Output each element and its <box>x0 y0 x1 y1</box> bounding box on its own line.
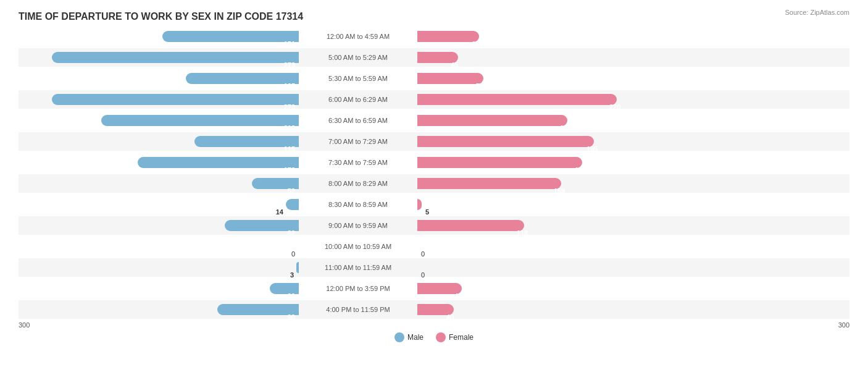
bar-row: 1255:30 AM to 5:59 AM73 <box>19 69 849 88</box>
bar-row: 2736:00 AM to 6:29 AM220 <box>19 90 849 109</box>
female-value: 0 <box>421 250 425 258</box>
female-value: 166 <box>560 124 571 132</box>
female-value: 118 <box>517 229 528 237</box>
time-label: 12:00 AM to 4:59 AM <box>303 33 414 40</box>
female-value: 195 <box>586 145 598 153</box>
female-value: 49 <box>454 292 462 300</box>
time-label: 12:00 PM to 3:59 PM <box>303 285 414 292</box>
male-bar <box>194 136 299 147</box>
source-text: Source: ZipAtlas.com <box>785 9 849 16</box>
female-bar <box>417 94 617 105</box>
male-value: 178 <box>284 166 295 174</box>
time-label: 7:30 AM to 7:59 AM <box>303 159 414 166</box>
bar-row: 1787:30 AM to 7:59 AM182 <box>19 153 849 172</box>
male-bar <box>101 115 299 126</box>
female-bar <box>417 220 524 231</box>
female-bar <box>417 157 582 168</box>
chart-title: TIME OF DEPARTURE TO WORK BY SEX IN ZIP … <box>19 11 849 22</box>
chart-container: TIME OF DEPARTURE TO WORK BY SEX IN ZIP … <box>0 0 868 367</box>
male-value: 218 <box>284 124 295 132</box>
legend: Male Female <box>19 332 849 342</box>
male-bar <box>162 31 299 42</box>
bar-row: 904:00 PM to 11:59 PM40 <box>19 300 849 319</box>
female-value: 0 <box>421 271 425 279</box>
male-bar <box>217 304 299 315</box>
male-bar <box>186 73 299 84</box>
female-value: 220 <box>609 103 620 111</box>
time-label: 8:00 AM to 8:29 AM <box>303 180 414 187</box>
bar-row: 528:00 AM to 8:29 AM159 <box>19 174 849 193</box>
bar-row: 2735:00 AM to 5:29 AM45 <box>19 48 849 67</box>
female-value: 159 <box>554 187 565 195</box>
bar-row: 2186:30 AM to 6:59 AM166 <box>19 111 849 130</box>
male-value: 90 <box>288 313 295 321</box>
time-label: 7:00 AM to 7:29 AM <box>303 138 414 145</box>
bar-row: 3212:00 PM to 3:59 PM49 <box>19 279 849 298</box>
bar-row: 829:00 AM to 9:59 AM118 <box>19 216 849 235</box>
male-value: 32 <box>288 292 295 300</box>
male-value: 273 <box>284 103 295 111</box>
legend-male-label: Male <box>407 333 424 342</box>
bar-row: 1157:00 AM to 7:29 AM195 <box>19 132 849 151</box>
male-bar <box>296 262 299 273</box>
bar-row: 311:00 AM to 11:59 AM0 <box>19 258 849 277</box>
male-value: 151 <box>284 40 295 48</box>
male-bar <box>286 199 299 210</box>
female-bar <box>417 31 479 42</box>
male-value: 82 <box>288 229 295 237</box>
legend-female-box <box>436 332 446 342</box>
axis-left: 300 <box>19 321 30 329</box>
male-value: 125 <box>284 82 295 90</box>
time-label: 5:00 AM to 5:29 AM <box>303 54 414 61</box>
time-label: 9:00 AM to 9:59 AM <box>303 222 414 229</box>
legend-male-box <box>394 332 404 342</box>
time-label: 11:00 AM to 11:59 AM <box>303 264 414 271</box>
time-label: 4:00 PM to 11:59 PM <box>303 306 414 313</box>
male-bar <box>52 52 299 63</box>
male-bar <box>52 94 299 105</box>
male-bar <box>138 157 299 168</box>
female-bar <box>417 115 567 126</box>
female-value: 182 <box>575 166 586 174</box>
chart-area: 15112:00 AM to 4:59 AM682735:00 AM to 5:… <box>19 27 849 319</box>
male-value: 0 <box>291 250 295 258</box>
legend-female-label: Female <box>449 333 474 342</box>
female-value: 40 <box>446 313 454 321</box>
female-bar <box>417 73 483 84</box>
legend-male: Male <box>394 332 424 342</box>
time-label: 8:30 AM to 8:59 AM <box>303 201 414 208</box>
female-value: 5 <box>425 208 429 216</box>
female-bar <box>417 199 422 210</box>
bar-row: 15112:00 AM to 4:59 AM68 <box>19 27 849 46</box>
axis-right: 300 <box>838 321 849 329</box>
female-value: 45 <box>451 61 458 69</box>
axis-labels: 300 300 <box>19 321 849 329</box>
female-value: 73 <box>476 82 483 90</box>
bar-row: 010:00 AM to 10:59 AM0 <box>19 237 849 256</box>
male-value: 115 <box>284 145 295 153</box>
male-value: 3 <box>290 271 294 279</box>
male-value: 14 <box>276 208 283 216</box>
time-label: 10:00 AM to 10:59 AM <box>303 243 414 250</box>
time-label: 5:30 AM to 5:59 AM <box>303 75 414 82</box>
bar-row: 148:30 AM to 8:59 AM5 <box>19 195 849 214</box>
time-label: 6:00 AM to 6:29 AM <box>303 96 414 103</box>
female-bar <box>417 178 561 189</box>
time-label: 6:30 AM to 6:59 AM <box>303 117 414 124</box>
male-value: 52 <box>288 187 295 195</box>
female-value: 68 <box>472 40 479 48</box>
female-bar <box>417 136 594 147</box>
male-value: 273 <box>284 61 295 69</box>
legend-female: Female <box>436 332 474 342</box>
